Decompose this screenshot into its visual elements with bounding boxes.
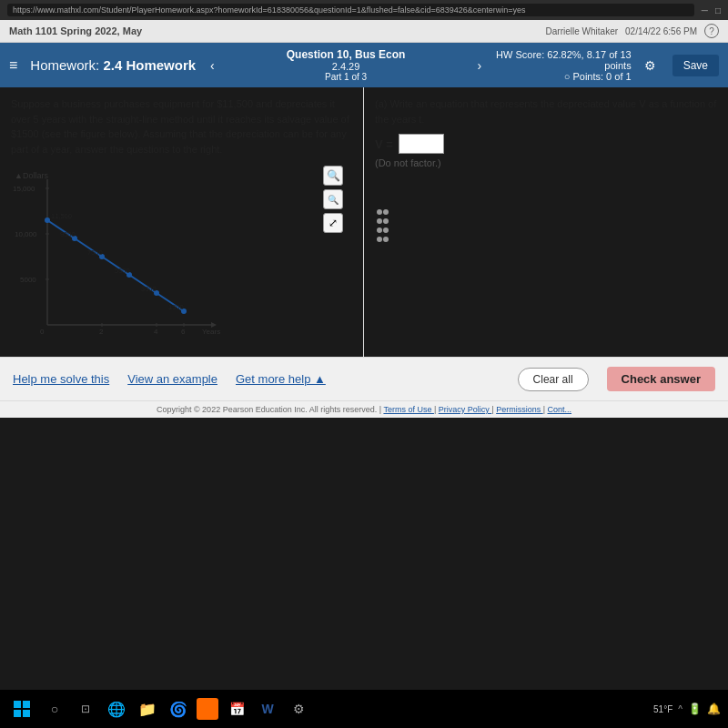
question-sub: 2.4.29 (229, 61, 463, 72)
settings-icon[interactable]: ⚙ (644, 58, 656, 73)
view-example-link[interactable]: View an example (127, 372, 217, 386)
taskbar-search-icon[interactable]: ○ (42, 696, 67, 722)
svg-rect-40 (14, 710, 21, 717)
zoom-out-button[interactable]: 🔍 (323, 189, 343, 209)
question-title: Question 10, Bus Econ (229, 48, 463, 61)
svg-point-34 (377, 228, 382, 233)
svg-text:15,000: 15,000 (13, 185, 35, 193)
left-panel: Suppose a business purchases equipment f… (0, 87, 364, 357)
svg-text:▲Dollars: ▲Dollars (15, 171, 48, 180)
header-row: ≡ Homework: 2.4 Homework ‹ Question 10, … (0, 43, 728, 87)
save-button[interactable]: Save (672, 55, 719, 76)
v-label: V = (375, 137, 393, 151)
windows-start-button[interactable] (7, 694, 36, 723)
taskbar-files-icon[interactable]: 📁 (135, 696, 160, 722)
svg-text:2: 2 (99, 328, 104, 336)
taskbar-taskview-icon[interactable]: ⊡ (73, 696, 98, 722)
svg-text:11,500: 11,500 (51, 212, 72, 220)
taskbar-browser-icon[interactable]: 🌐 (104, 696, 129, 722)
taskbar-network-icon[interactable]: 🔋 (688, 703, 702, 715)
browser-url: https://www.mathxl.com/Student/PlayerHom… (7, 4, 694, 16)
minimize-icon[interactable]: ─ (702, 5, 708, 15)
hw-score-line1: HW Score: 62.82%, 8.17 of 13 (496, 49, 632, 60)
svg-text:Years: Years (202, 328, 220, 336)
svg-text:10,000: 10,000 (15, 230, 37, 238)
svg-text:5000: 5000 (20, 276, 36, 284)
svg-point-37 (383, 237, 389, 242)
course-title: Math 1101 Spring 2022, May (9, 25, 142, 36)
svg-point-31 (383, 209, 389, 215)
privacy-link[interactable]: Privacy Policy (439, 405, 492, 414)
svg-point-35 (383, 228, 389, 233)
help-me-solve-link[interactable]: Help me solve this (13, 372, 109, 386)
copyright-text: Copyright © 2022 Pearson Education Inc. … (157, 405, 381, 414)
top-bar: Math 1101 Spring 2022, May Darrielle Whi… (0, 20, 728, 43)
depreciation-chart: ▲Dollars 15,000 10,000 5000 0 (11, 166, 229, 348)
taskbar-right-area: 51°F ^ 🔋 🔔 (653, 703, 721, 715)
svg-text:6: 6 (181, 328, 186, 336)
user-name: Darrielle Whitaker (546, 26, 618, 36)
browser-chrome: https://www.mathxl.com/Student/PlayerHom… (0, 0, 728, 20)
copyright-bar: Copyright © 2022 Pearson Education Inc. … (0, 400, 728, 418)
zoom-in-button[interactable]: 🔍 (323, 166, 343, 186)
svg-text:5500: 5500 (115, 267, 130, 275)
contact-link[interactable]: Cont... (548, 405, 572, 414)
nav-left-arrow[interactable]: ‹ (205, 56, 220, 75)
svg-point-32 (377, 218, 382, 224)
taskbar-calendar-icon[interactable]: 📅 (224, 696, 249, 722)
chart-controls: 🔍 🔍 ⤢ (323, 166, 343, 233)
svg-rect-41 (23, 710, 30, 717)
equation-input[interactable] (399, 134, 444, 154)
svg-point-30 (377, 209, 382, 215)
chart-container: ▲Dollars 15,000 10,000 5000 0 (11, 166, 352, 348)
clear-all-button[interactable]: Clear all (518, 368, 589, 391)
svg-point-18 (45, 217, 50, 223)
taskbar-settings-icon[interactable]: ⚙ (286, 696, 311, 722)
more-help-link[interactable]: Get more help ▲ (236, 372, 326, 386)
right-panel: (a) Write an equation that represents th… (364, 87, 728, 357)
help-icon[interactable]: ? (704, 24, 719, 38)
points-label: ○ Points: 0 of 1 (496, 71, 632, 82)
expand-button[interactable]: ⤢ (323, 213, 343, 233)
nav-right-arrow[interactable]: › (471, 56, 487, 75)
taskbar-chevron-icon[interactable]: ^ (678, 704, 682, 714)
permissions-link[interactable]: Permissions (496, 405, 543, 414)
svg-point-36 (377, 237, 382, 242)
svg-text:0: 0 (40, 328, 45, 336)
temperature: 51°F (653, 704, 672, 714)
homework-label: Homework: 2.4 Homework (30, 57, 196, 73)
restore-icon[interactable]: □ (715, 5, 721, 15)
datetime: 02/14/22 6:56 PM (625, 26, 697, 36)
drag-handle[interactable] (375, 205, 717, 250)
svg-point-33 (383, 218, 389, 224)
taskbar-app1-icon[interactable] (197, 698, 218, 720)
svg-text:1500: 1500 (168, 303, 184, 311)
svg-text:3500: 3500 (141, 285, 157, 293)
do-not-factor: (Do not factor.) (375, 157, 717, 168)
taskbar: ○ ⊡ 🌐 📁 🌀 📅 W ⚙ 51°F ^ 🔋 🔔 (0, 690, 728, 728)
taskbar-notification-icon[interactable]: 🔔 (707, 703, 721, 715)
svg-text:4: 4 (154, 328, 158, 336)
svg-text:7500: 7500 (87, 248, 103, 257)
svg-rect-38 (14, 701, 21, 708)
problem-text: Suppose a business purchases equipment f… (11, 96, 352, 157)
taskbar-word-icon[interactable]: W (255, 696, 280, 722)
question-instruction: (a) Write an equation that represents th… (375, 96, 717, 126)
footer-bar: Help me solve this View an example Get m… (0, 357, 728, 400)
taskbar-edge-icon[interactable]: 🌀 (166, 696, 191, 722)
svg-rect-39 (23, 701, 30, 708)
menu-icon[interactable]: ≡ (9, 57, 17, 74)
check-answer-button[interactable]: Check answer (607, 367, 715, 391)
terms-link[interactable]: Terms of Use (383, 405, 434, 414)
svg-text:9500: 9500 (60, 230, 76, 238)
question-part: Part 1 of 3 (229, 72, 463, 82)
hw-score-line2: points (496, 60, 632, 71)
